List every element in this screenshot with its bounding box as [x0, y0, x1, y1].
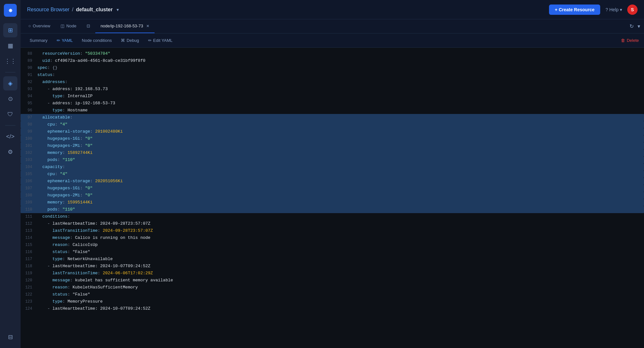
sidebar-item-code[interactable]: </>	[3, 129, 17, 144]
tab-close-icon[interactable]: ✕	[146, 24, 149, 28]
shield-icon: 🛡	[7, 111, 13, 118]
line-number: 101	[23, 142, 37, 149]
trash-icon: 🗑	[621, 38, 625, 43]
help-label: Help	[609, 7, 619, 12]
tab-actions: ↻ ▾	[628, 19, 644, 33]
line-content: - address: ip-192-168-53-73	[37, 100, 639, 107]
avatar[interactable]: S	[627, 5, 638, 15]
tabs-bar: ○ Overview ◫ Node ⊡ node/ip-192-168-53-7…	[21, 19, 644, 33]
line-number: 108	[23, 192, 37, 199]
help-button[interactable]: ? Help ▾	[605, 7, 622, 12]
table-row: 95 - address: ip-192-168-53-73	[21, 100, 644, 107]
tab-resource-icon[interactable]: ⊡	[81, 19, 95, 33]
line-content: conditions:	[37, 213, 639, 220]
table-row: 90spec: {}	[21, 64, 644, 71]
line-number: 91	[23, 71, 37, 79]
table-row: 105 cpu: "4"	[21, 171, 644, 178]
tab-refresh-button[interactable]: ↻	[628, 22, 635, 31]
sidebar-item-dashboard[interactable]: ⊞	[3, 23, 17, 37]
resource-tab-icon: ⊡	[87, 24, 90, 28]
overview-icon: ○	[28, 24, 31, 28]
chevron-down-icon[interactable]: ▾	[117, 7, 119, 12]
line-number: 120	[23, 277, 37, 284]
table-row: 118 - lastHeartbeatTime: 2024-10-07T09:2…	[21, 263, 644, 270]
table-row: 114 message: Calico is running on this n…	[21, 234, 644, 241]
summary-nav-button[interactable]: Summary	[26, 36, 52, 45]
table-row: 106 ephemeral-storage: 202051056Ki	[21, 178, 644, 185]
delete-button[interactable]: 🗑 Delete	[621, 38, 639, 43]
table-row: 107 hugepages-1Gi: "0"	[21, 185, 644, 192]
sidebar-item-layers[interactable]: ⊟	[3, 330, 17, 344]
node-icon: ◫	[61, 24, 64, 28]
table-row: 96 type: Hostname	[21, 107, 644, 114]
tab-node[interactable]: ◫ Node	[55, 19, 81, 33]
layers-icon: ⊟	[8, 334, 13, 341]
table-row: 103 pods: "110"	[21, 156, 644, 164]
settings-icon: ⚙	[8, 148, 13, 155]
line-content: capacity:	[37, 164, 639, 171]
table-row: 93 - address: 192.168.53.73	[21, 86, 644, 93]
tab-node-resource[interactable]: node/ip-192-168-53-73 ✕	[95, 19, 155, 33]
line-content: - address: 192.168.53.73	[37, 86, 639, 93]
logo-icon: ⎈	[9, 7, 12, 14]
tab-overview[interactable]: ○ Overview	[23, 19, 55, 33]
line-content: - lastHeartbeatTime: 2024-10-07T09:24:52…	[37, 305, 639, 312]
table-row: 102 memory: 15892744Ki	[21, 149, 644, 156]
cube-icon: ◈	[8, 80, 13, 87]
line-content: reason: KubeletHasSufficientMemory	[37, 284, 639, 291]
line-number: 94	[23, 93, 37, 100]
line-content: type: Hostname	[37, 107, 639, 114]
topbar-left: Resource Browser / default_cluster ▾	[27, 7, 119, 13]
tab-overview-label: Overview	[33, 24, 50, 28]
line-number: 98	[23, 121, 37, 128]
edit-yaml-nav-button[interactable]: ✏ Edit YAML	[144, 36, 176, 45]
line-content: type: MemoryPressure	[37, 298, 639, 305]
table-row: 101 hugepages-2Mi: "0"	[21, 142, 644, 149]
code-editor[interactable]: 88 resourceVersion: "50334704"89 uid: cf…	[21, 48, 644, 348]
line-number: 115	[23, 241, 37, 249]
line-number: 103	[23, 156, 37, 164]
line-number: 89	[23, 57, 37, 64]
debug-icon: ⌘	[121, 38, 125, 43]
sidebar-item-shield[interactable]: 🛡	[3, 107, 17, 121]
yaml-nav-button[interactable]: ✏ YAML	[53, 36, 77, 45]
apps-icon: ⋮⋮	[5, 58, 16, 65]
sidebar-item-settings2[interactable]: ⊙	[3, 92, 17, 106]
secondary-nav: Summary ✏ YAML Node conditions ⌘ Debug ✏…	[21, 33, 644, 48]
delete-label: Delete	[627, 38, 639, 43]
line-content: pods: "110"	[37, 206, 639, 213]
line-number: 90	[23, 64, 37, 71]
table-row: 112 - lastHeartbeatTime: 2024-09-28T23:5…	[21, 220, 644, 227]
sidebar-logo[interactable]: ⎈	[4, 4, 17, 17]
breadcrumb-separator: /	[72, 7, 73, 13]
breadcrumb-resource-browser[interactable]: Resource Browser	[27, 7, 70, 13]
create-resource-button[interactable]: + Create Resource	[549, 5, 600, 15]
sidebar-item-resources[interactable]: ◈	[3, 76, 17, 90]
debug-label: Debug	[127, 38, 139, 43]
sidebar-item-grid[interactable]: ▦	[3, 39, 17, 53]
table-row: 104 capacity:	[21, 164, 644, 171]
line-content: message: Calico is running on this node	[37, 234, 639, 241]
line-content: uid: cf49672a-ad46-4561-8ca0-ce31bf99f8f…	[37, 57, 639, 64]
line-number: 97	[23, 114, 37, 121]
line-content: status:	[37, 71, 639, 79]
table-row: 100 hugepages-1Gi: "0"	[21, 135, 644, 142]
line-content: memory: 15995144Ki	[37, 199, 639, 206]
line-content: hugepages-2Mi: "0"	[37, 142, 639, 149]
summary-label: Summary	[30, 38, 48, 43]
line-content: message: kubelet has sufficient memory a…	[37, 277, 639, 284]
line-content: status: "False"	[37, 249, 639, 256]
node-conditions-label: Node conditions	[82, 38, 112, 43]
tab-more-button[interactable]: ▾	[636, 22, 641, 31]
yaml-label: YAML	[62, 38, 73, 43]
node-conditions-nav-button[interactable]: Node conditions	[78, 36, 116, 45]
line-content: cpu: "4"	[37, 171, 639, 178]
tab-node-label: Node	[66, 24, 76, 28]
line-number: 100	[23, 135, 37, 142]
line-content: hugepages-2Mi: "0"	[37, 192, 639, 199]
sidebar: ⎈ ⊞ ▦ ⋮⋮ ◈ ⊙ 🛡 </> ⚙ ⊟	[0, 0, 21, 348]
table-row: 99 ephemeral-storage: 201002480Ki	[21, 128, 644, 135]
sidebar-item-settings[interactable]: ⚙	[3, 145, 17, 159]
sidebar-item-grid2[interactable]: ⋮⋮	[3, 54, 17, 68]
debug-nav-button[interactable]: ⌘ Debug	[117, 36, 143, 45]
